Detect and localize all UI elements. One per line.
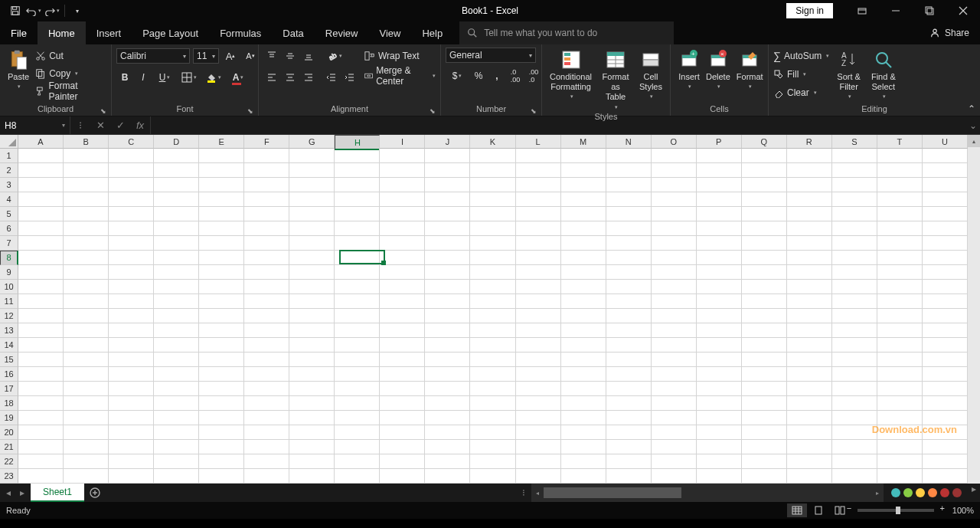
col-header-N[interactable]: N	[606, 135, 652, 149]
format-painter-button[interactable]: Format Painter	[35, 83, 106, 100]
row-header-5[interactable]: 5	[0, 207, 18, 221]
autosum-button[interactable]: ∑AutoSum▾	[773, 48, 829, 64]
tab-view[interactable]: View	[368, 21, 411, 44]
col-header-P[interactable]: P	[697, 135, 742, 149]
conditional-formatting-button[interactable]: Conditional Formatting▾	[547, 48, 595, 102]
row-headers[interactable]: 1234567891011121314151617181920212223	[0, 149, 18, 484]
cancel-formula-button[interactable]: ✕	[90, 120, 110, 131]
expand-formula-bar[interactable]: ⌄	[966, 116, 980, 134]
tab-data[interactable]: Data	[272, 21, 314, 44]
orientation-button[interactable]: ab▾	[323, 48, 346, 64]
sheet-tab-1[interactable]: Sheet1	[31, 484, 84, 502]
align-right-button[interactable]	[300, 69, 317, 86]
col-header-L[interactable]: L	[516, 135, 561, 149]
row-header-11[interactable]: 11	[0, 294, 18, 309]
grow-font-button[interactable]: A▴	[222, 48, 239, 64]
save-button[interactable]	[6, 2, 24, 20]
font-dialog-launcher[interactable]: ⬊	[247, 107, 253, 115]
col-header-T[interactable]: T	[877, 135, 923, 149]
tellme-search[interactable]: Tell me what you want to do	[459, 21, 674, 44]
font-color-button[interactable]: A▾	[227, 69, 250, 86]
insert-function-button[interactable]: fx	[130, 120, 150, 131]
col-header-B[interactable]: B	[64, 135, 109, 149]
vertical-scrollbar[interactable]: ▴	[968, 135, 980, 484]
col-header-C[interactable]: C	[109, 135, 154, 149]
italic-button[interactable]: I	[135, 69, 152, 86]
row-header-12[interactable]: 12	[0, 309, 18, 323]
cells-area[interactable]	[18, 149, 968, 484]
share-button[interactable]: Share	[919, 21, 980, 44]
font-name-select[interactable]: Calibri▾	[116, 48, 190, 64]
find-select-button[interactable]: Find & Select▾	[868, 48, 899, 102]
underline-button[interactable]: U▾	[153, 69, 176, 86]
qat-customize[interactable]: ▾	[68, 2, 87, 20]
row-header-13[interactable]: 13	[0, 323, 18, 338]
alignment-dialog-launcher[interactable]: ⬊	[430, 107, 436, 115]
tab-file[interactable]: File	[0, 21, 38, 44]
sort-filter-button[interactable]: AZSort & Filter▾	[834, 48, 864, 102]
row-header-18[interactable]: 18	[0, 396, 18, 411]
col-header-G[interactable]: G	[289, 135, 335, 149]
row-header-9[interactable]: 9	[0, 265, 18, 280]
number-format-select[interactable]: General▾	[446, 48, 536, 63]
paste-button[interactable]: Paste ▾	[5, 48, 32, 92]
ribbon-display-button[interactable]	[845, 0, 879, 21]
sheet-next-button[interactable]: ▸	[20, 487, 24, 498]
col-header-E[interactable]: E	[199, 135, 244, 149]
tab-page-layout[interactable]: Page Layout	[132, 21, 209, 44]
increase-indent-button[interactable]	[341, 69, 358, 86]
sheet-prev-button[interactable]: ◂	[6, 487, 11, 498]
name-box[interactable]: H8▾	[0, 116, 70, 134]
cell-styles-button[interactable]: Cell Styles▾	[636, 48, 665, 102]
col-header-U[interactable]: U	[923, 135, 968, 149]
row-header-1[interactable]: 1	[0, 149, 18, 163]
comma-button[interactable]: ,	[488, 67, 505, 84]
align-left-button[interactable]	[263, 69, 280, 86]
row-header-17[interactable]: 17	[0, 382, 18, 396]
col-header-K[interactable]: K	[470, 135, 515, 149]
align-bottom-button[interactable]	[300, 48, 317, 64]
row-header-23[interactable]: 23	[0, 469, 18, 484]
col-header-H[interactable]: H	[335, 135, 380, 150]
shrink-font-button[interactable]: A▾	[242, 48, 259, 64]
accounting-format-button[interactable]: $▾	[446, 67, 469, 84]
page-layout-view-button[interactable]	[808, 503, 828, 517]
tab-home[interactable]: Home	[38, 21, 86, 44]
sheet-options[interactable]: ⁝	[516, 484, 531, 502]
col-header-O[interactable]: O	[652, 135, 697, 149]
row-header-3[interactable]: 3	[0, 178, 18, 192]
insert-cells-button[interactable]: +Insert▾	[675, 48, 703, 92]
row-header-19[interactable]: 19	[0, 411, 18, 425]
col-header-I[interactable]: I	[380, 135, 425, 149]
align-middle-button[interactable]	[282, 48, 299, 64]
select-all-button[interactable]	[0, 135, 18, 149]
merge-center-button[interactable]: Merge & Center▾	[364, 67, 436, 84]
row-header-8[interactable]: 8	[0, 251, 18, 265]
col-header-F[interactable]: F	[244, 135, 289, 149]
row-header-2[interactable]: 2	[0, 163, 18, 178]
col-header-D[interactable]: D	[154, 135, 199, 149]
col-header-M[interactable]: M	[561, 135, 606, 149]
bold-button[interactable]: B	[116, 69, 133, 86]
delete-cells-button[interactable]: ×Delete▾	[703, 48, 733, 92]
zoom-level[interactable]: 100%	[952, 506, 974, 515]
align-center-button[interactable]	[282, 69, 299, 86]
font-size-select[interactable]: 11▾	[193, 48, 219, 64]
horizontal-scrollbar[interactable]: ◂▸	[531, 484, 884, 502]
fill-color-button[interactable]: ▾	[202, 69, 225, 86]
align-top-button[interactable]	[263, 48, 280, 64]
row-header-21[interactable]: 21	[0, 440, 18, 454]
hscroll-right[interactable]: ▸	[968, 484, 980, 502]
clear-button[interactable]: Clear▾	[773, 84, 829, 101]
format-cells-button[interactable]: Format▾	[733, 48, 766, 92]
collapse-ribbon-button[interactable]: ⌃	[968, 103, 975, 114]
fbar-dropdown[interactable]: ⁝	[70, 120, 90, 131]
row-header-7[interactable]: 7	[0, 236, 18, 251]
increase-decimal-button[interactable]: .0.00	[507, 67, 524, 84]
col-header-J[interactable]: J	[425, 135, 470, 149]
row-header-15[interactable]: 15	[0, 353, 18, 367]
col-header-A[interactable]: A	[18, 135, 64, 149]
col-header-S[interactable]: S	[832, 135, 877, 149]
col-header-Q[interactable]: Q	[742, 135, 787, 149]
new-sheet-button[interactable]	[84, 484, 106, 502]
